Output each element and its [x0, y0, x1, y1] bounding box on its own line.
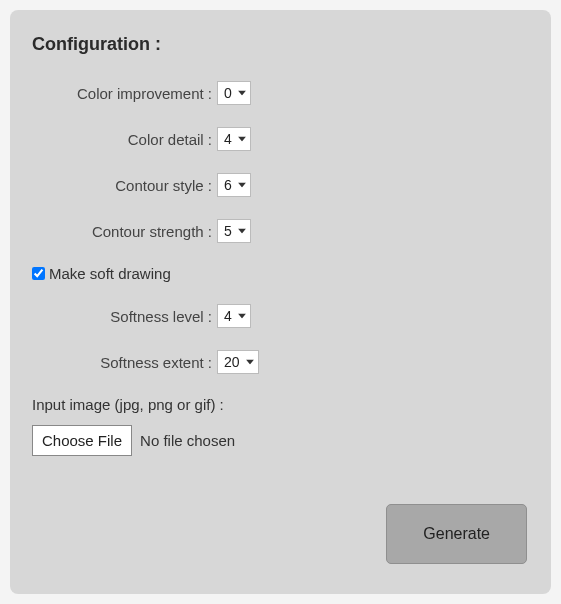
configuration-panel: Configuration : Color improvement : 0 Co… [10, 10, 551, 594]
label-softness-extent: Softness extent : [32, 354, 217, 371]
checkbox-soft-drawing[interactable] [32, 267, 45, 280]
chevron-down-icon [238, 91, 246, 96]
label-input-image: Input image (jpg, png or gif) : [32, 396, 529, 413]
label-contour-style: Contour style : [32, 177, 217, 194]
label-color-detail: Color detail : [32, 131, 217, 148]
select-contour-strength[interactable]: 5 [217, 219, 251, 243]
select-contour-strength-value: 5 [224, 223, 232, 239]
choose-file-button[interactable]: Choose File [32, 425, 132, 456]
row-softness-extent: Softness extent : 20 [32, 350, 529, 374]
row-contour-strength: Contour strength : 5 [32, 219, 529, 243]
label-soft-drawing: Make soft drawing [49, 265, 171, 282]
generate-button[interactable]: Generate [386, 504, 527, 564]
chevron-down-icon [238, 137, 246, 142]
file-row: Choose File No file chosen [32, 425, 529, 456]
chevron-down-icon [238, 183, 246, 188]
row-color-detail: Color detail : 4 [32, 127, 529, 151]
row-contour-style: Contour style : 6 [32, 173, 529, 197]
label-color-improvement: Color improvement : [32, 85, 217, 102]
select-softness-level-value: 4 [224, 308, 232, 324]
row-soft-drawing: Make soft drawing [32, 265, 529, 282]
select-color-detail[interactable]: 4 [217, 127, 251, 151]
file-input-section: Input image (jpg, png or gif) : Choose F… [32, 396, 529, 456]
row-softness-level: Softness level : 4 [32, 304, 529, 328]
select-softness-extent[interactable]: 20 [217, 350, 259, 374]
chevron-down-icon [238, 314, 246, 319]
select-color-improvement-value: 0 [224, 85, 232, 101]
chevron-down-icon [246, 360, 254, 365]
label-contour-strength: Contour strength : [32, 223, 217, 240]
chevron-down-icon [238, 229, 246, 234]
select-softness-level[interactable]: 4 [217, 304, 251, 328]
select-contour-style-value: 6 [224, 177, 232, 193]
row-color-improvement: Color improvement : 0 [32, 81, 529, 105]
select-softness-extent-value: 20 [224, 354, 240, 370]
panel-title: Configuration : [32, 34, 529, 55]
file-status-text: No file chosen [140, 432, 235, 449]
select-color-detail-value: 4 [224, 131, 232, 147]
label-softness-level: Softness level : [32, 308, 217, 325]
select-color-improvement[interactable]: 0 [217, 81, 251, 105]
select-contour-style[interactable]: 6 [217, 173, 251, 197]
